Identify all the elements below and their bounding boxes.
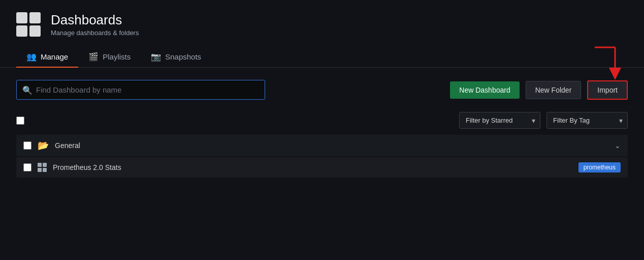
logo-cell-2 — [29, 12, 41, 23]
playlists-icon: 🎬 — [88, 52, 99, 62]
dashboard-name: Prometheus 2.0 Stats — [53, 163, 572, 171]
import-btn-wrap: Import — [587, 80, 628, 100]
chevron-down-icon: ⌄ — [615, 141, 621, 150]
tab-snapshots[interactable]: 📷 Snapshots — [141, 47, 211, 68]
toolbar: 🔍 New Dashboard New Folder Import — [16, 80, 628, 100]
page-header: Dashboards Manage dashboards & folders — [0, 0, 644, 47]
app-logo — [16, 12, 41, 37]
snapshots-icon: 📷 — [151, 52, 161, 62]
page-subtitle: Manage dashboards & folders — [51, 29, 139, 37]
filter-row: Filter by Starred Starred Filter By Tag — [16, 112, 628, 129]
main-content: 🔍 New Dashboard New Folder Import — [0, 68, 644, 190]
new-folder-button[interactable]: New Folder — [526, 81, 582, 99]
filter-tag-select[interactable]: Filter By Tag — [546, 112, 628, 129]
filter-starred-select[interactable]: Filter by Starred Starred — [459, 112, 540, 129]
logo-cell-1 — [16, 12, 27, 23]
search-input[interactable] — [16, 80, 265, 100]
tab-snapshots-label: Snapshots — [165, 52, 201, 61]
select-all-checkbox[interactable] — [16, 117, 24, 125]
filter-starred-wrap: Filter by Starred Starred — [453, 112, 540, 129]
folder-name: General — [55, 141, 608, 150]
manage-icon: 👥 — [26, 52, 37, 62]
tab-manage[interactable]: 👥 Manage — [16, 47, 78, 68]
dashboard-checkbox[interactable] — [23, 163, 31, 171]
dashboard-row[interactable]: Prometheus 2.0 Stats prometheus — [16, 157, 628, 178]
dashboard-tag[interactable]: prometheus — [578, 162, 621, 172]
import-button[interactable]: Import — [587, 80, 628, 100]
tab-playlists-label: Playlists — [103, 52, 131, 61]
tab-bar: 👥 Manage 🎬 Playlists 📷 Snapshots — [0, 47, 644, 68]
tab-manage-label: Manage — [41, 52, 68, 61]
header-text: Dashboards Manage dashboards & folders — [51, 12, 139, 37]
folder-checkbox[interactable] — [23, 141, 31, 150]
folder-row-general[interactable]: 📂 General ⌄ — [16, 135, 628, 156]
search-icon: 🔍 — [22, 85, 33, 95]
folder-icon: 📂 — [38, 140, 49, 151]
page-title: Dashboards — [51, 12, 139, 28]
tab-playlists[interactable]: 🎬 Playlists — [78, 47, 141, 68]
search-container: 🔍 — [16, 80, 265, 100]
logo-cell-4 — [29, 25, 41, 37]
filter-tag-wrap: Filter By Tag — [540, 112, 628, 129]
dashboard-grid-icon — [38, 163, 47, 172]
new-dashboard-button[interactable]: New Dashboard — [450, 81, 519, 99]
logo-cell-3 — [16, 25, 27, 37]
